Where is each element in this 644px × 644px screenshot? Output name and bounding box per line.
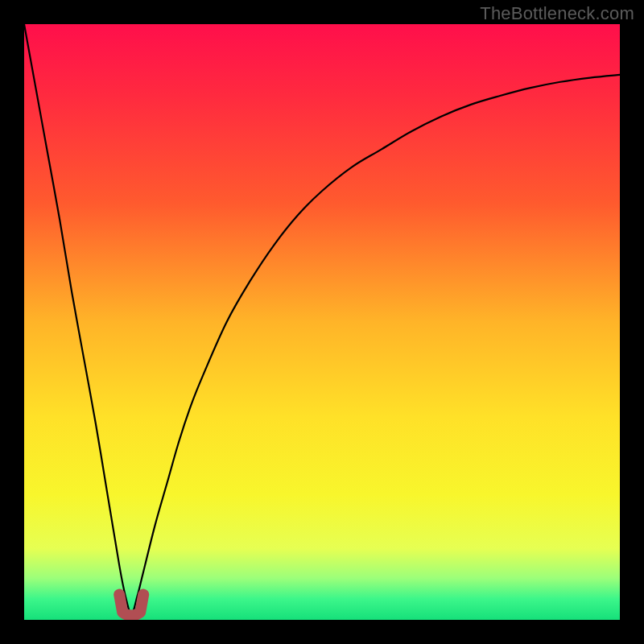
watermark-text: TheBottleneck.com (480, 3, 634, 24)
chart-stage: TheBottleneck.com (0, 0, 644, 644)
plot-area (24, 24, 620, 620)
bottleneck-curve (24, 24, 620, 620)
